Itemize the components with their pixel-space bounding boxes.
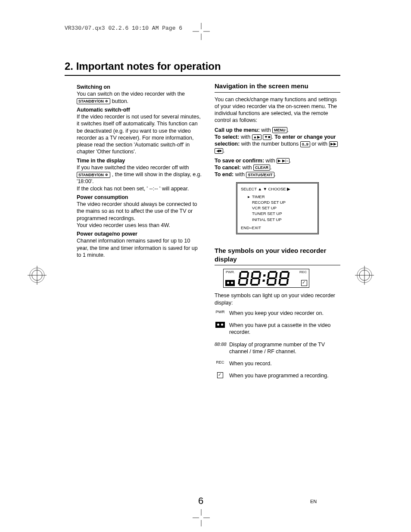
standby-on-button-icon: STANDBY/ON ⭘	[77, 98, 110, 104]
programmed-symbol-text: When you have programmed a recording.	[229, 372, 329, 379]
page-number: 6	[198, 495, 203, 507]
select-label: To select:	[215, 134, 239, 140]
svg-rect-29	[251, 284, 258, 286]
svg-rect-26	[252, 277, 259, 279]
svg-rect-41	[287, 272, 290, 278]
switching-on-text: You can switch on the video recorder wit…	[77, 90, 202, 105]
symbol-row-cassette: When you have put a cassette in the vide…	[215, 322, 340, 336]
digits-symbol-text: Display of programme number of the TV ch…	[229, 341, 340, 355]
symbols-rule	[215, 265, 340, 265]
time-heading: Time in the display	[77, 157, 202, 164]
with-1: with	[261, 127, 272, 133]
time-part1: If you have switched the video recorder …	[77, 165, 189, 171]
svg-rect-30	[263, 274, 266, 277]
symbols-heading: The symbols on your video recorder displ…	[215, 246, 340, 263]
osd-item-4: INITIAL SET UP	[248, 217, 314, 222]
osd-item-0: ▸TIMER	[248, 194, 314, 199]
clear-button-icon: CLEAR	[253, 165, 270, 171]
svg-rect-21	[246, 279, 248, 284]
registration-mark-left-icon	[28, 266, 47, 285]
with-5: with	[235, 171, 246, 177]
svg-rect-31	[262, 280, 265, 282]
digits-symbol-icon: 88:88	[215, 341, 226, 347]
with-2: with	[241, 134, 252, 140]
cancel-label: To cancel:	[215, 165, 241, 171]
symbol-row-rec: REC When you record.	[215, 360, 340, 367]
save-label: To save or confirm:	[215, 158, 264, 164]
status-exit-button-icon: STATUS/EXIT	[246, 172, 274, 178]
end-label: To end:	[215, 171, 234, 177]
crop-mark-bottom-icon	[193, 509, 210, 526]
svg-rect-27	[250, 279, 252, 284]
svg-rect-18	[246, 272, 249, 278]
svg-rect-28	[258, 279, 260, 284]
rec-symbol-text: When you record.	[229, 360, 272, 367]
left-column: Switching on You can switch on the video…	[65, 82, 202, 385]
right-column: Navigation in the screen menu You can ch…	[215, 82, 340, 385]
end-line: To end: with STATUS/EXIT.	[215, 171, 340, 178]
cancel-line: To cancel: with CLEAR.	[215, 164, 340, 171]
svg-rect-24	[251, 272, 253, 278]
svg-rect-38	[268, 284, 275, 286]
osd-item-2-label: VCR SET UP	[252, 205, 277, 210]
num-button-icon: 0..9	[300, 141, 310, 147]
down-stop-button-icon: ▼■	[263, 134, 271, 140]
symbols-list: PWR When you keep your video recorder on…	[215, 310, 340, 380]
symbols-intro: These symbols can light up on your video…	[215, 292, 340, 306]
vfd-cassette-icon	[225, 280, 235, 286]
standby-on-button-icon-2: STANDBY/ON ⭘	[77, 172, 110, 178]
right-play-button-icon: ▶▶	[329, 141, 338, 147]
osd-end: END=EXIT	[241, 225, 314, 230]
osd-items: ▸TIMER RECORD SET UP VCR SET UP TUNER SE…	[241, 194, 314, 222]
auto-off-text: If the video recorder is not used for se…	[77, 113, 202, 156]
svg-rect-44	[286, 279, 289, 284]
or-with: or with	[311, 141, 329, 147]
registration-mark-right-icon	[355, 266, 374, 285]
osd-menu-box: SELECT ▲ ▼ CHOOSE ▶ ▸TIMER RECORD SET UP…	[236, 182, 319, 234]
pwr-symbol-text: When you keep your video recorder on.	[229, 310, 324, 317]
outage-heading: Power outage/no power	[77, 230, 202, 237]
cassette-symbol-text: When you have put a cassette in the vide…	[229, 322, 340, 336]
ffwd-button-icon: ▶ ▶▷	[277, 158, 290, 164]
switching-on-part1: You can switch on the video recorder wit…	[77, 91, 185, 97]
up-play-button-icon: ▲▶	[252, 134, 262, 140]
vfd-display-box: PWR. REC	[223, 269, 309, 288]
menu-button-icon: MENU	[272, 127, 287, 133]
vfd-pwr-label: PWR.	[226, 270, 235, 274]
osd-item-2: VCR SET UP	[248, 205, 314, 211]
nav-rule	[215, 92, 340, 93]
switching-on-part2: button.	[112, 98, 128, 104]
osd-item-1-label: RECORD SET UP	[252, 200, 286, 205]
with-3: with	[266, 158, 277, 164]
svg-rect-20	[238, 279, 240, 284]
content: 2. Important notes for operation Switchi…	[65, 60, 340, 385]
svg-rect-36	[266, 279, 269, 284]
symbol-row-pwr: PWR When you keep your video recorder on…	[215, 310, 340, 317]
osd-item-4-label: INITIAL SET UP	[252, 217, 282, 222]
svg-rect-23	[253, 271, 260, 273]
programmed-symbol-icon	[215, 372, 226, 380]
save-line: To save or confirm: with ▶ ▶▷.	[215, 157, 340, 164]
time-text: If you have switched the video recorder …	[77, 164, 202, 192]
svg-rect-16	[241, 271, 248, 273]
cassette-symbol-icon	[215, 322, 226, 330]
symbol-row-programmed: When you have programmed a recording.	[215, 372, 340, 380]
left-stop-button-icon: ◀■	[215, 148, 223, 154]
svg-rect-43	[278, 279, 281, 284]
power-text1: The video recorder should always be conn…	[77, 201, 202, 222]
osd-item-3: TUNER SET UP	[248, 211, 314, 216]
num-text: with the number buttons	[241, 141, 300, 147]
rec-symbol-icon: REC	[215, 360, 226, 365]
print-header: VR330/07.qx3 02.2.6 10:10 AM Page 6	[65, 25, 182, 31]
title-rule	[65, 75, 340, 76]
svg-rect-42	[280, 277, 288, 279]
svg-rect-35	[268, 277, 276, 279]
symbol-row-digits: 88:88 Display of programme number of the…	[215, 341, 340, 355]
svg-rect-25	[258, 272, 261, 278]
vfd-digits-icon	[237, 270, 293, 286]
vfd-rec-label: REC	[299, 270, 307, 274]
svg-rect-32	[269, 271, 277, 273]
language-code: EN	[310, 499, 317, 504]
osd-item-0-label: TIMER	[252, 194, 265, 199]
svg-rect-22	[239, 284, 246, 286]
